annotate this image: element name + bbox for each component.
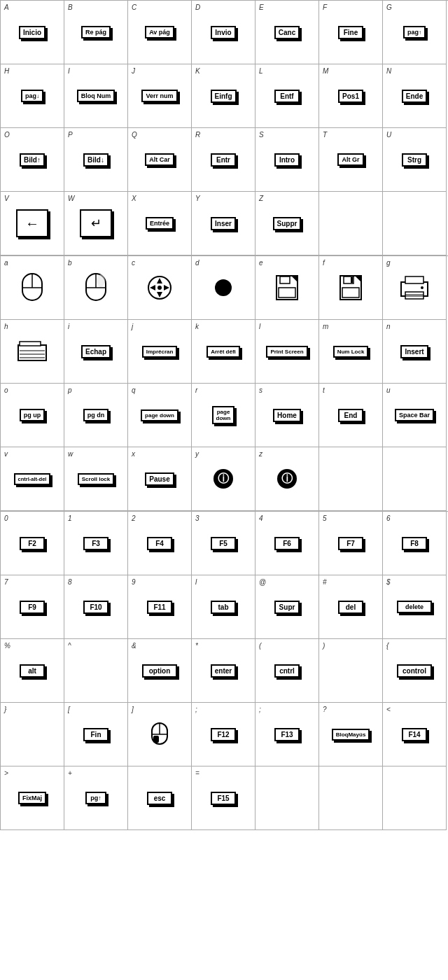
- cell-n: nInsert: [383, 320, 447, 384]
- cell-ampersand: &option: [128, 639, 192, 703]
- uppercase-section: AInicio BRe pág CAv pág DInvio ECanc FFi…: [0, 0, 448, 255]
- cell-l: lPrint Screen: [255, 320, 319, 384]
- move-cross-icon: [147, 275, 172, 300]
- svg-rect-29: [20, 342, 41, 346]
- cell-M: MPos1: [319, 64, 383, 128]
- cell-question: ?BloqMayús: [319, 703, 383, 766]
- svg-rect-24: [405, 292, 424, 299]
- cell-lbracket: [Fin: [64, 703, 128, 766]
- mouse-right-icon: [85, 272, 107, 303]
- cell-empty7: [319, 766, 383, 830]
- cell-J: JVerr num: [128, 64, 192, 128]
- cell-o: opg up: [1, 384, 64, 447]
- font-preview: AInicio BRe pág CAv pág DInvio ECanc FFi…: [0, 0, 448, 830]
- cell-Q: QAlt Car: [128, 128, 192, 192]
- cell-l-sym: ltab: [192, 575, 255, 639]
- cell-C: CAv pág: [128, 1, 192, 64]
- cell-g: g: [383, 256, 447, 320]
- cell-3: 3F5: [192, 512, 255, 575]
- cell-U: UStrg: [383, 128, 447, 192]
- svg-rect-16: [280, 276, 290, 284]
- cell-v-lc: vcntrl-alt-del: [1, 447, 64, 511]
- cell-p: ppg dn: [64, 384, 128, 447]
- cell-9: 9F11: [128, 575, 192, 639]
- cell-V: V ←: [1, 192, 64, 255]
- cell-k: kArrêt défi: [192, 320, 255, 384]
- cell-F: FFine: [319, 1, 383, 64]
- cell-f: f: [319, 256, 383, 320]
- svg-point-25: [421, 286, 424, 289]
- cell-j: jImprécran: [128, 320, 192, 384]
- cell-5: 5F7: [319, 512, 383, 575]
- cell-empty6: [255, 766, 319, 830]
- cell-I: IBloq Num: [64, 64, 128, 128]
- cell-lparen: (cntrl: [255, 639, 319, 703]
- mouse-icon2: [150, 722, 169, 747]
- cell-percent: %alt: [1, 639, 64, 703]
- floppy2-icon: [340, 275, 362, 300]
- cell-x-lc: xPause: [128, 447, 192, 511]
- lowercase-section: a b c: [0, 255, 448, 511]
- cell-dollar: $delete: [383, 575, 447, 639]
- svg-rect-23: [405, 276, 424, 284]
- cell-N: NEnde: [383, 64, 447, 128]
- cell-empty8: [383, 766, 447, 830]
- cell-R: REntr: [192, 128, 255, 192]
- cell-lcurly: {control: [383, 639, 447, 703]
- cell-0: 0F2: [1, 512, 64, 575]
- svg-point-12: [158, 286, 162, 290]
- cell-s-lc: sHome: [255, 384, 319, 447]
- svg-rect-19: [342, 288, 359, 298]
- cell-q-lc: qpage down: [128, 384, 192, 447]
- svg-rect-21: [351, 277, 353, 283]
- cell-asterisk: *enter: [192, 639, 255, 703]
- cell-lt: <F14: [383, 703, 447, 766]
- cell-X: XEntrée: [128, 192, 192, 255]
- keyboard-icon: [18, 341, 47, 362]
- cell-c: c: [128, 256, 192, 320]
- svg-rect-15: [279, 288, 295, 298]
- cell-b: b: [64, 256, 128, 320]
- cell-empty4: [383, 447, 447, 511]
- cell-rcurly: }: [1, 703, 64, 766]
- cell-Z: ZSuppr: [255, 192, 319, 255]
- cell-rbracket: ]: [128, 703, 192, 766]
- cell-z-lc: z ⓘ: [255, 447, 319, 511]
- cell-m: mNum Lock: [319, 320, 383, 384]
- cell-4: 4F6: [255, 512, 319, 575]
- cell-hash: #del: [319, 575, 383, 639]
- printer-icon: [400, 275, 429, 300]
- cell-L: LEntf: [255, 64, 319, 128]
- cell-D: DInvio: [192, 1, 255, 64]
- cell-empty5: esc: [128, 766, 192, 830]
- cell-w-lc: wScroll lock: [64, 447, 128, 511]
- info2-icon: ⓘ: [277, 469, 297, 489]
- cell-empty1: [319, 192, 383, 255]
- cell-e: e: [255, 256, 319, 320]
- cell-r-lc: rpagedown: [192, 384, 255, 447]
- return-arrow-icon: ↵: [80, 209, 112, 237]
- mouse-left-icon: [21, 272, 43, 303]
- cell-K: KEinfg: [192, 64, 255, 128]
- cell-t-lc: tEnd: [319, 384, 383, 447]
- cell-semicolon1: ;F12: [192, 703, 255, 766]
- floppy1-icon: [276, 275, 298, 300]
- black-circle-icon: [215, 279, 232, 296]
- cell-Y: YInser: [192, 192, 255, 255]
- cell-S: SIntro: [255, 128, 319, 192]
- cell-A: AInicio: [1, 1, 64, 64]
- cell-a: a: [1, 256, 64, 320]
- cell-empty3: [319, 447, 383, 511]
- info1-icon: ⓘ: [214, 469, 233, 489]
- cell-i: iEchap: [64, 320, 128, 384]
- cell-W: W ↵: [64, 192, 128, 255]
- svg-rect-36: [153, 736, 159, 743]
- cell-O: OBild↑: [1, 128, 64, 192]
- cell-caret: ^: [64, 639, 128, 703]
- svg-rect-28: [18, 345, 46, 360]
- cell-u-lc: uSpace Bar: [383, 384, 447, 447]
- cell-G: Gpag↑: [383, 1, 447, 64]
- cell-H: Hpag↓: [1, 64, 64, 128]
- cell-empty2: [383, 192, 447, 255]
- cell-8: 8F10: [64, 575, 128, 639]
